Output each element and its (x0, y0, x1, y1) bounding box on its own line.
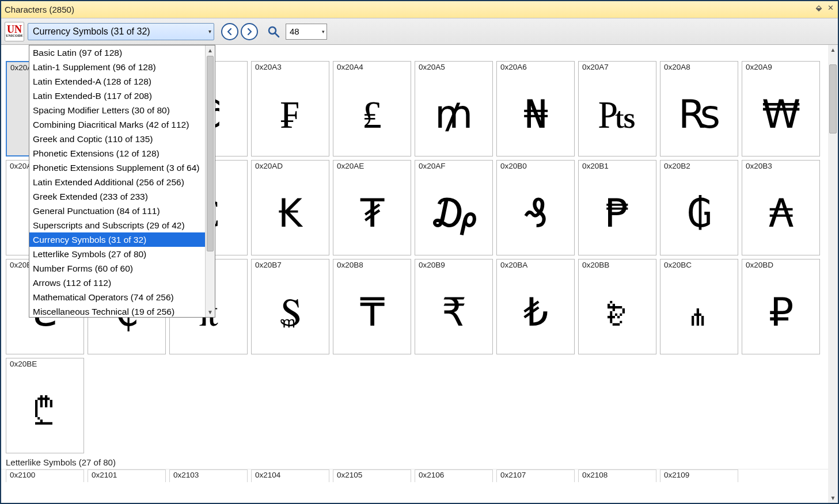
unicode-logo-label: UNICODE (6, 34, 23, 37)
glyph: ₧ (598, 95, 636, 134)
dropdown-item[interactable]: Latin Extended-B (117 of 208) (29, 89, 205, 103)
character-cell[interactable]: 0x20B9₹ (415, 259, 493, 354)
character-cell[interactable]: 0x20AF₯ (415, 160, 493, 255)
character-code: 0x20A9 (742, 62, 819, 72)
unicode-logo-text: UN (7, 25, 22, 34)
character-cell[interactable]: 0x20AE₮ (333, 160, 411, 255)
dropdown-item[interactable]: Currency Symbols (31 of 32) (29, 232, 205, 247)
chevron-down-icon: ▾ (208, 28, 211, 35)
character-cell[interactable]: 0x2106 (415, 469, 493, 482)
dropdown-item[interactable]: Superscripts and Subscripts (29 of 42) (29, 218, 205, 232)
character-cell[interactable]: 0x20B2₲ (660, 160, 738, 255)
character-cell[interactable]: 0x20A6₦ (496, 61, 575, 156)
character-cell[interactable]: 0x20B1₱ (578, 160, 656, 255)
dropdown-item[interactable]: Phonetic Extensions Supplement (3 of 64) (29, 161, 205, 175)
glyph-wrap: ₽ (742, 270, 819, 354)
character-cell[interactable]: 0x20A3₣ (251, 61, 329, 156)
close-icon[interactable]: ✕ (825, 2, 836, 13)
character-cell[interactable]: 0x20BE₾ (6, 358, 84, 453)
dropdown-item[interactable]: Latin Extended-A (128 of 128) (29, 74, 205, 89)
character-code: 0x20A8 (660, 62, 738, 72)
character-cell[interactable]: 0x20A7₧ (578, 61, 656, 156)
character-cell[interactable]: 0x20BB₻ (578, 259, 656, 354)
glyph: ₻ (608, 293, 627, 332)
character-cell[interactable]: 0x2109 (660, 469, 738, 482)
glyph: ₽ (769, 293, 794, 332)
scroll-up-icon[interactable]: ▲ (828, 45, 838, 55)
dropdown-item[interactable]: Combining Diacritical Marks (42 of 112) (29, 117, 205, 132)
zoom-combo[interactable]: 48 ▾ (286, 24, 327, 40)
character-code: 0x20B9 (415, 259, 492, 270)
character-code: 0x20BD (742, 259, 819, 270)
scroll-down-icon[interactable]: ▼ (828, 493, 838, 503)
dropdown-item[interactable]: Basic Latin (97 of 128) (29, 45, 205, 60)
character-cell[interactable]: 0x20A5₥ (415, 61, 493, 156)
character-code: 0x20AD (252, 161, 329, 171)
character-cell[interactable]: 0x20A9₩ (742, 61, 820, 156)
dropdown-item[interactable]: Spacing Modifier Letters (30 of 80) (29, 103, 205, 117)
glyph: ₸ (360, 293, 385, 332)
glyph: ₯ (429, 194, 479, 233)
prev-button[interactable] (221, 23, 238, 40)
glyph-wrap: ₯ (415, 171, 492, 255)
character-code: 0x20BC (660, 259, 738, 270)
dropdown-item[interactable]: Arrows (112 of 112) (29, 276, 205, 290)
dropdown-item[interactable]: Mathematical Operators (74 of 256) (29, 290, 205, 304)
pin-icon[interactable]: ⬙ (814, 2, 824, 13)
category-dropdown[interactable]: Basic Latin (97 of 128)Latin-1 Supplemen… (29, 45, 215, 318)
character-code: 0x20B8 (333, 259, 411, 270)
character-cell[interactable]: 0x20BC₼ (660, 259, 738, 354)
character-cell[interactable]: 0x2105 (333, 469, 411, 482)
zoom-icon[interactable] (265, 23, 282, 40)
glyph: ₲ (687, 194, 712, 233)
dropdown-item[interactable]: Greek and Coptic (110 of 135) (29, 132, 205, 146)
character-cell[interactable]: 0x20AD₭ (251, 160, 329, 255)
glyph: ₤ (362, 95, 382, 134)
character-cell[interactable]: 0x20B8₸ (333, 259, 411, 354)
scroll-up-icon[interactable]: ▲ (206, 45, 215, 55)
character-cell[interactable]: 0x20A8₨ (660, 61, 738, 156)
dropdown-item[interactable]: General Punctuation (84 of 111) (29, 204, 205, 218)
titlebar: Characters (2850) ⬙ ✕ (1, 1, 838, 18)
character-cell[interactable]: 0x20BA₺ (496, 259, 575, 354)
nav-group (221, 23, 258, 40)
dropdown-item[interactable]: Number Forms (60 of 60) (29, 261, 205, 276)
chevron-down-icon: ▾ (322, 29, 325, 35)
dropdown-item[interactable]: Latin Extended Additional (256 of 256) (29, 175, 205, 189)
unicode-button[interactable]: UN UNICODE (5, 22, 24, 41)
glyph-wrap: ₩ (742, 72, 819, 156)
character-cell[interactable]: 0x20B7₷ (251, 259, 329, 354)
glyph-wrap: ₣ (252, 72, 329, 156)
dropdown-item[interactable]: Latin-1 Supplement (96 of 128) (29, 60, 205, 74)
character-cell[interactable]: 0x2107 (496, 469, 575, 482)
category-combo[interactable]: Currency Symbols (31 of 32) ▾ (28, 23, 214, 40)
character-code: 0x20B3 (742, 161, 819, 171)
dropdown-items: Basic Latin (97 of 128)Latin-1 Supplemen… (29, 45, 205, 317)
character-cell[interactable]: 0x20A4₤ (333, 61, 411, 156)
character-cell[interactable]: 0x2104 (251, 469, 329, 482)
character-cell[interactable]: 0x2101 (88, 469, 166, 482)
letterlike-strip: 0x21000x21010x21030x21040x21050x21060x21… (1, 469, 828, 482)
scroll-thumb[interactable] (829, 64, 837, 133)
dropdown-item[interactable]: Phonetic Extensions (12 of 128) (29, 146, 205, 161)
scroll-down-icon[interactable]: ▼ (206, 307, 215, 317)
vertical-scrollbar[interactable]: ▲ ▼ (828, 45, 838, 503)
dropdown-item[interactable]: Greek Extended (233 of 233) (29, 189, 205, 204)
character-cell[interactable]: 0x2108 (578, 469, 656, 482)
next-button[interactable] (241, 23, 258, 40)
toolbar: UN UNICODE Currency Symbols (31 of 32) ▾… (1, 18, 838, 45)
glyph: ₺ (523, 293, 548, 332)
dropdown-item[interactable]: Letterlike Symbols (27 of 80) (29, 247, 205, 261)
character-code: 0x20BE (6, 358, 83, 369)
character-cell[interactable]: 0x2103 (169, 469, 248, 482)
dropdown-item[interactable]: Miscellaneous Technical (19 of 256) (29, 304, 205, 317)
character-cell[interactable]: 0x20B3₳ (742, 160, 820, 255)
character-cell[interactable]: 0x20BD₽ (742, 259, 820, 354)
glyph: ₮ (360, 194, 385, 233)
character-code: 0x20B2 (660, 161, 738, 171)
character-cell[interactable]: 0x2100 (6, 469, 84, 482)
scroll-thumb[interactable] (207, 56, 214, 251)
dropdown-scrollbar[interactable]: ▲ ▼ (205, 45, 215, 317)
character-code: 0x20AF (415, 161, 492, 171)
character-cell[interactable]: 0x20B0₰ (496, 160, 575, 255)
